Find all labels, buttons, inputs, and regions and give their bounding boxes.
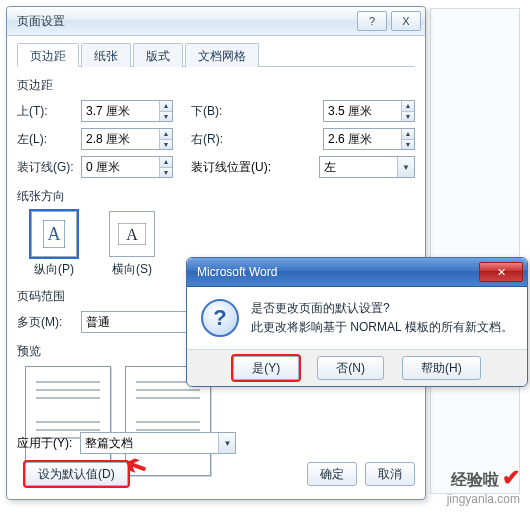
margin-bottom-input[interactable]: ▲▼	[323, 100, 415, 122]
close-icon[interactable]: X	[391, 11, 421, 31]
label-top: 上(T):	[17, 103, 81, 120]
tab-layout[interactable]: 版式	[133, 43, 183, 67]
dialog-title: 页面设置	[7, 13, 357, 30]
checkmark-icon: ✔	[502, 465, 520, 490]
margin-left-input[interactable]: ▲▼	[81, 128, 173, 150]
question-icon: ?	[201, 299, 239, 337]
orientation-landscape-label: 横向(S)	[103, 261, 161, 278]
right-panel	[430, 8, 520, 494]
page-setup-dialog: 页面设置 ? X 页边距 纸张 版式 文档网格 页边距 上(T): ▲▼ 下(B…	[6, 6, 426, 500]
gutter-position-select[interactable]: 左 ▼	[319, 156, 415, 178]
spin-up-icon[interactable]: ▲	[160, 129, 172, 140]
msgbox-line1: 是否更改页面的默认设置?	[251, 299, 513, 318]
orientation-title: 纸张方向	[17, 188, 415, 205]
spin-up-icon[interactable]: ▲	[160, 157, 172, 168]
chevron-down-icon[interactable]: ▼	[218, 433, 235, 453]
gutter-input[interactable]: ▲▼	[81, 156, 173, 178]
label-gutter: 装订线(G):	[17, 159, 81, 176]
apply-to-value: 整篇文档	[85, 435, 133, 452]
gutter-position-value: 左	[324, 159, 336, 176]
tab-document-grid[interactable]: 文档网格	[185, 43, 259, 67]
preview-page	[25, 366, 111, 476]
spin-down-icon[interactable]: ▼	[402, 140, 414, 150]
spin-down-icon[interactable]: ▼	[160, 168, 172, 178]
msgbox-line2: 此更改将影响基于 NORMAL 模板的所有新文档。	[251, 318, 513, 337]
portrait-icon: A	[43, 220, 65, 248]
msgbox-title: Microsoft Word	[187, 265, 479, 279]
chevron-down-icon[interactable]: ▼	[397, 157, 414, 177]
orientation-portrait[interactable]: A 纵向(P)	[25, 211, 83, 278]
multi-pages-value: 普通	[86, 314, 110, 331]
label-right: 右(R):	[191, 131, 229, 148]
watermark-logo: 经验啦 ✔ jingyanla.com	[447, 465, 520, 506]
watermark-text-en: jingyanla.com	[447, 492, 520, 506]
close-icon[interactable]: ✕	[479, 262, 523, 282]
watermark-text-zh: 经验啦	[451, 471, 499, 488]
margin-top-input[interactable]: ▲▼	[81, 100, 173, 122]
confirm-dialog: Microsoft Word ✕ ? 是否更改页面的默认设置? 此更改将影响基于…	[186, 257, 528, 387]
orientation-landscape[interactable]: A 横向(S)	[103, 211, 161, 278]
cancel-button[interactable]: 取消	[365, 462, 415, 486]
margin-right-value[interactable]	[324, 129, 401, 149]
margin-right-input[interactable]: ▲▼	[323, 128, 415, 150]
help-icon[interactable]: ?	[357, 11, 387, 31]
orientation-portrait-label: 纵向(P)	[25, 261, 83, 278]
margin-left-value[interactable]	[82, 129, 159, 149]
label-apply-to: 应用于(Y):	[17, 435, 72, 452]
margin-top-value[interactable]	[82, 101, 159, 121]
spin-up-icon[interactable]: ▲	[160, 101, 172, 112]
tab-margins[interactable]: 页边距	[17, 43, 79, 67]
landscape-icon: A	[118, 223, 146, 245]
msgbox-text: 是否更改页面的默认设置? 此更改将影响基于 NORMAL 模板的所有新文档。	[251, 299, 513, 337]
apply-to-select[interactable]: 整篇文档 ▼	[80, 432, 236, 454]
margins-section-title: 页边距	[17, 77, 415, 94]
label-left: 左(L):	[17, 131, 81, 148]
no-button[interactable]: 否(N)	[317, 356, 384, 380]
tab-paper[interactable]: 纸张	[81, 43, 131, 67]
spin-down-icon[interactable]: ▼	[160, 140, 172, 150]
title-bar[interactable]: 页面设置 ? X	[7, 7, 425, 36]
ok-button[interactable]: 确定	[307, 462, 357, 486]
yes-button[interactable]: 是(Y)	[233, 356, 299, 380]
svg-text:A: A	[48, 224, 61, 244]
margin-bottom-value[interactable]	[324, 101, 401, 121]
label-gutter-pos: 装订线位置(U):	[191, 159, 271, 176]
spin-down-icon[interactable]: ▼	[402, 112, 414, 122]
spin-down-icon[interactable]: ▼	[160, 112, 172, 122]
svg-text:A: A	[126, 226, 138, 243]
gutter-value[interactable]	[82, 157, 159, 177]
set-as-default-button[interactable]: 设为默认值(D)	[25, 462, 128, 486]
label-multi-pages: 多页(M):	[17, 314, 81, 331]
spin-up-icon[interactable]: ▲	[402, 129, 414, 140]
help-button[interactable]: 帮助(H)	[402, 356, 481, 380]
msgbox-title-bar[interactable]: Microsoft Word ✕	[187, 258, 527, 287]
label-bottom: 下(B):	[191, 103, 229, 120]
spin-up-icon[interactable]: ▲	[402, 101, 414, 112]
tabs: 页边距 纸张 版式 文档网格	[17, 42, 415, 67]
